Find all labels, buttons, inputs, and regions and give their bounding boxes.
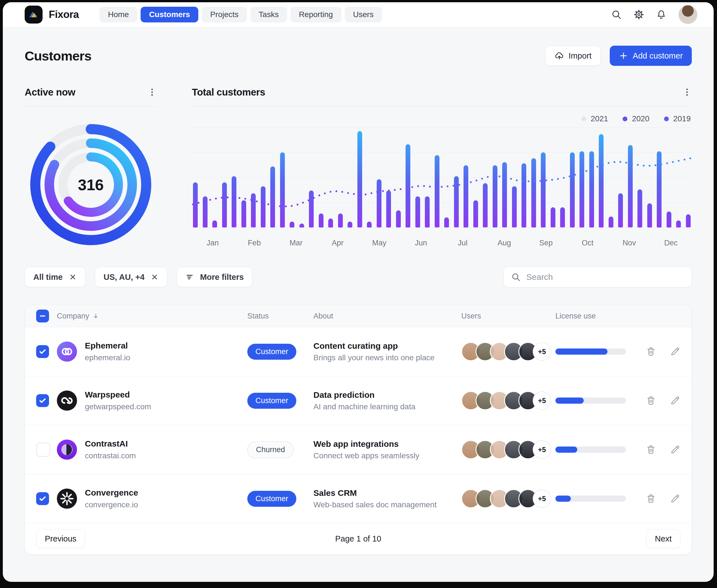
profile-avatar[interactable] [678, 5, 697, 24]
about-description: Web-based sales doc management [313, 500, 461, 509]
column-header-status: Status [247, 312, 313, 320]
bar [415, 196, 420, 228]
company-text: Ephemeralephemeral.io [85, 341, 130, 362]
bar [551, 207, 555, 228]
select-all-checkbox[interactable] [36, 310, 49, 322]
company-domain: ephemeral.io [85, 353, 130, 362]
bar [618, 193, 623, 228]
total-customers-title: Total customers [192, 87, 265, 98]
close-icon[interactable] [151, 273, 159, 281]
license-progress [555, 496, 626, 502]
trash-icon[interactable] [646, 444, 656, 455]
close-icon[interactable] [69, 273, 77, 281]
company-cell: ContrastAIcontrastai.com [57, 439, 247, 460]
legend-item-2019: 2019 [664, 114, 691, 123]
edit-pencil-icon[interactable] [670, 493, 680, 504]
previous-button[interactable]: Previous [36, 529, 85, 548]
x-axis-labels: JanFebMarAprMayJunJulAugSepOctNovDec [192, 239, 692, 247]
sort-down-icon [92, 312, 100, 320]
edit-pencil-icon[interactable] [670, 346, 680, 357]
about-title: Data prediction [313, 390, 461, 400]
edit-pencil-icon[interactable] [670, 395, 680, 406]
search-icon [511, 272, 521, 282]
month-label: Mar [275, 239, 317, 247]
row-checkbox[interactable] [36, 492, 49, 505]
license-progress [555, 446, 626, 453]
users-cell: +5 [461, 440, 555, 459]
company-text: ContrastAIcontrastai.com [85, 439, 136, 460]
users-cell: +5 [461, 342, 555, 361]
bar [396, 210, 401, 228]
bar [347, 222, 352, 228]
trash-icon[interactable] [646, 493, 656, 504]
month-label: Jun [400, 239, 442, 247]
bar [203, 196, 208, 228]
chart-legend: 202120202019 [192, 114, 691, 123]
bar [377, 179, 381, 228]
bar [290, 222, 294, 228]
gear-icon[interactable] [634, 9, 644, 20]
search-box [504, 267, 692, 288]
more-users-badge: +5 [533, 489, 551, 508]
search-input[interactable] [526, 272, 684, 282]
bar [628, 145, 633, 228]
license-progress-fill [555, 446, 577, 453]
tab-users[interactable]: Users [345, 7, 382, 22]
license-progress-fill [555, 398, 584, 404]
bar [522, 163, 526, 228]
search-icon[interactable] [611, 9, 622, 20]
row-actions [627, 493, 680, 504]
import-button[interactable]: Import [545, 46, 601, 66]
row-checkbox[interactable] [36, 345, 49, 358]
trash-icon[interactable] [646, 346, 656, 357]
bar [531, 158, 536, 228]
bar [299, 224, 304, 228]
main-content: Customers Import Add customer [3, 46, 714, 554]
row-actions [627, 346, 680, 357]
bar [541, 152, 546, 228]
tab-home[interactable]: Home [100, 7, 137, 22]
filter-chip-all-time[interactable]: All time [25, 267, 85, 287]
row-checkbox[interactable] [36, 394, 49, 407]
total-customers-card: Total customers 202120202019 [192, 87, 692, 250]
legend-label: 2019 [673, 114, 691, 123]
users-cell: +5 [461, 391, 555, 410]
bell-icon[interactable] [656, 9, 667, 20]
bar-series [192, 127, 692, 228]
nav-tabs: HomeCustomersProjectsTasksReportingUsers [100, 7, 382, 22]
table-row: Warpspeedgetwarpspeed.comCustomerData pr… [25, 376, 692, 425]
bar [328, 218, 333, 228]
kebab-menu-icon[interactable] [682, 87, 692, 97]
about-description: Brings all your news into one place [313, 353, 461, 362]
warpspeed-logo-icon [57, 391, 77, 411]
bar [270, 166, 275, 228]
edit-pencil-icon[interactable] [670, 444, 680, 455]
active-now-donut-chart: 316 [25, 119, 156, 250]
add-customer-button[interactable]: Add customer [610, 46, 692, 66]
tab-projects[interactable]: Projects [202, 7, 247, 22]
tab-reporting[interactable]: Reporting [291, 7, 341, 22]
about-title: Sales CRM [313, 488, 461, 498]
row-checkbox[interactable] [36, 443, 50, 457]
company-domain: convergence.io [85, 500, 138, 509]
brand[interactable]: Fixora [25, 6, 79, 23]
nav-actions [611, 5, 697, 24]
tab-tasks[interactable]: Tasks [250, 7, 287, 22]
company-text: Warpspeedgetwarpspeed.com [85, 390, 151, 411]
legend-label: 2020 [632, 114, 649, 123]
next-button[interactable]: Next [646, 529, 680, 548]
filter-chip-label: All time [33, 273, 63, 282]
bar [261, 186, 266, 228]
column-header-company[interactable]: Company [57, 312, 247, 320]
kebab-menu-icon[interactable] [147, 87, 157, 97]
legend-item-2020: 2020 [623, 114, 649, 123]
tab-customers[interactable]: Customers [141, 7, 198, 22]
filter-chip-us-au-4[interactable]: US, AU, +4 [95, 267, 167, 287]
more-filters-button[interactable]: More filters [177, 267, 252, 287]
about-title: Web app integrations [313, 439, 461, 449]
column-header-license: License use [555, 312, 627, 320]
company-domain: getwarpspeed.com [85, 402, 151, 411]
trash-icon[interactable] [646, 395, 656, 406]
month-label: Dec [650, 239, 692, 247]
company-cell: Warpspeedgetwarpspeed.com [57, 390, 247, 411]
